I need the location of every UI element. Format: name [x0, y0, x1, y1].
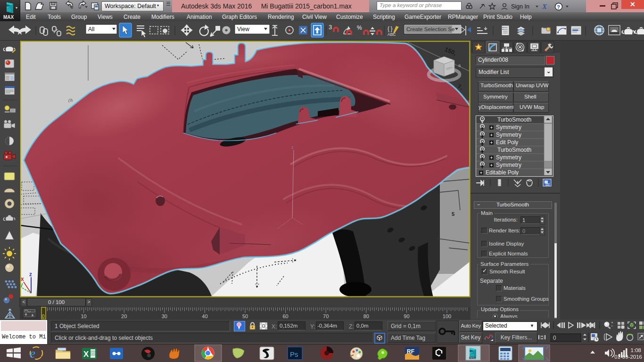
svg-text:70: 70: [323, 313, 329, 319]
svg-text:01-09-2016: 01-09-2016: [614, 354, 642, 360]
svg-text:0: 0: [553, 335, 556, 341]
svg-text:10: 10: [81, 313, 86, 319]
svg-text:z: z: [29, 271, 32, 278]
svg-text:Editable Poly: Editable Poly: [486, 169, 519, 175]
svg-text:%: %: [357, 25, 362, 31]
svg-text:?: ?: [557, 4, 560, 10]
svg-text:Symmetry: Symmetry: [496, 124, 521, 131]
svg-text:3: 3: [329, 24, 332, 31]
svg-text:All: All: [88, 26, 94, 33]
svg-text:TurboSmooth: TurboSmooth: [497, 147, 531, 153]
svg-text:80: 80: [363, 313, 369, 319]
svg-text:20: 20: [121, 313, 127, 319]
svg-text:Symmetry: Symmetry: [496, 132, 521, 138]
svg-text:e: e: [30, 346, 35, 361]
svg-text:X: X: [542, 3, 547, 10]
svg-text:1:08: 1:08: [631, 347, 641, 353]
svg-text:RF: RF: [407, 348, 414, 355]
svg-text:30: 30: [162, 313, 167, 319]
svg-text:40: 40: [202, 313, 207, 319]
svg-text:0: 0: [42, 314, 45, 319]
svg-text:50: 50: [242, 313, 248, 319]
svg-text:Symmetry: Symmetry: [496, 154, 521, 161]
svg-text:Create Selection Se: Create Selection Se: [406, 26, 454, 32]
svg-text:Symmetry: Symmetry: [496, 162, 521, 168]
svg-text:ABC: ABC: [388, 32, 396, 37]
svg-text:Ps: Ps: [290, 350, 298, 358]
svg-text:100: 100: [443, 313, 451, 319]
svg-text:5: 5: [452, 211, 454, 217]
svg-text:TurboSmooth: TurboSmooth: [497, 116, 531, 123]
svg-text:(h: (h: [68, 97, 73, 103]
svg-text:z: z: [291, 145, 294, 150]
svg-text:View: View: [237, 26, 249, 33]
svg-text:60: 60: [282, 313, 288, 319]
svg-text:S: S: [458, 64, 461, 68]
svg-text:{ }: { }: [388, 25, 392, 32]
svg-text:MAX: MAX: [469, 356, 476, 360]
svg-text:90: 90: [404, 313, 409, 319]
svg-text:Edit Poly: Edit Poly: [496, 139, 518, 146]
svg-text:−: −: [611, 324, 613, 328]
svg-text:Sign In: Sign In: [511, 3, 529, 10]
svg-text:X: X: [83, 350, 89, 359]
